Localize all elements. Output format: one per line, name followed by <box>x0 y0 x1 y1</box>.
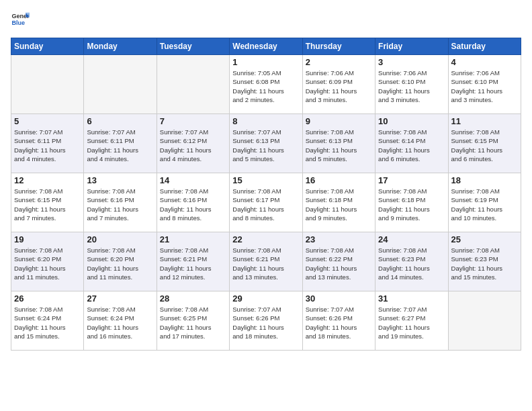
calendar-cell: 28Sunrise: 7:08 AM Sunset: 6:25 PM Dayli… <box>157 291 229 351</box>
calendar-cell: 27Sunrise: 7:08 AM Sunset: 6:24 PM Dayli… <box>84 291 157 351</box>
calendar-cell: 14Sunrise: 7:08 AM Sunset: 6:16 PM Dayli… <box>157 173 229 232</box>
day-number: 3 <box>378 57 445 67</box>
day-info: Sunrise: 7:08 AM Sunset: 6:17 PM Dayligh… <box>232 187 299 222</box>
calendar-cell <box>84 55 157 114</box>
day-number: 30 <box>306 293 372 304</box>
calendar-cell: 10Sunrise: 7:08 AM Sunset: 6:14 PM Dayli… <box>375 114 448 173</box>
day-info: Sunrise: 7:08 AM Sunset: 6:15 PM Dayligh… <box>451 128 518 163</box>
day-info: Sunrise: 7:06 AM Sunset: 6:09 PM Dayligh… <box>306 68 372 104</box>
calendar-week-4: 19Sunrise: 7:08 AM Sunset: 6:20 PM Dayli… <box>11 232 521 291</box>
day-info: Sunrise: 7:08 AM Sunset: 6:24 PM Dayligh… <box>14 305 81 340</box>
day-info: Sunrise: 7:08 AM Sunset: 6:16 PM Dayligh… <box>160 187 226 222</box>
day-info: Sunrise: 7:05 AM Sunset: 6:08 PM Dayligh… <box>232 68 299 104</box>
column-header-friday: Friday <box>375 38 448 55</box>
calendar-cell: 3Sunrise: 7:06 AM Sunset: 6:10 PM Daylig… <box>375 55 448 114</box>
column-header-wednesday: Wednesday <box>230 38 302 55</box>
calendar-cell: 24Sunrise: 7:08 AM Sunset: 6:23 PM Dayli… <box>375 232 448 291</box>
calendar-cell: 8Sunrise: 7:07 AM Sunset: 6:13 PM Daylig… <box>230 114 302 173</box>
day-info: Sunrise: 7:08 AM Sunset: 6:14 PM Dayligh… <box>378 128 445 163</box>
day-info: Sunrise: 7:07 AM Sunset: 6:27 PM Dayligh… <box>378 305 445 340</box>
day-info: Sunrise: 7:08 AM Sunset: 6:20 PM Dayligh… <box>14 246 81 281</box>
calendar-cell: 11Sunrise: 7:08 AM Sunset: 6:15 PM Dayli… <box>448 114 521 173</box>
calendar-cell: 5Sunrise: 7:07 AM Sunset: 6:11 PM Daylig… <box>11 114 84 173</box>
day-info: Sunrise: 7:08 AM Sunset: 6:22 PM Dayligh… <box>306 246 372 281</box>
day-number: 22 <box>232 234 299 244</box>
day-info: Sunrise: 7:08 AM Sunset: 6:23 PM Dayligh… <box>378 246 445 281</box>
day-number: 8 <box>232 116 299 126</box>
calendar-cell: 13Sunrise: 7:08 AM Sunset: 6:16 PM Dayli… <box>84 173 157 232</box>
column-header-thursday: Thursday <box>302 38 375 55</box>
day-info: Sunrise: 7:07 AM Sunset: 6:13 PM Dayligh… <box>232 128 299 163</box>
calendar-cell: 1Sunrise: 7:05 AM Sunset: 6:08 PM Daylig… <box>230 55 302 114</box>
day-number: 9 <box>306 116 372 126</box>
calendar-week-5: 26Sunrise: 7:08 AM Sunset: 6:24 PM Dayli… <box>11 291 521 351</box>
calendar: SundayMondayTuesdayWednesdayThursdayFrid… <box>11 38 521 351</box>
day-number: 7 <box>160 116 226 126</box>
column-header-saturday: Saturday <box>448 38 521 55</box>
day-number: 21 <box>160 234 226 244</box>
calendar-cell <box>157 55 229 114</box>
day-number: 16 <box>306 175 372 185</box>
day-info: Sunrise: 7:08 AM Sunset: 6:18 PM Dayligh… <box>306 187 372 222</box>
day-info: Sunrise: 7:08 AM Sunset: 6:21 PM Dayligh… <box>232 246 299 281</box>
svg-text:Blue: Blue <box>11 19 25 26</box>
calendar-cell: 7Sunrise: 7:07 AM Sunset: 6:12 PM Daylig… <box>157 114 229 173</box>
day-number: 4 <box>451 57 518 67</box>
day-info: Sunrise: 7:07 AM Sunset: 6:11 PM Dayligh… <box>87 128 153 163</box>
day-info: Sunrise: 7:08 AM Sunset: 6:19 PM Dayligh… <box>451 187 518 222</box>
day-info: Sunrise: 7:06 AM Sunset: 6:10 PM Dayligh… <box>378 68 445 104</box>
calendar-cell: 25Sunrise: 7:08 AM Sunset: 6:23 PM Dayli… <box>448 232 521 291</box>
day-number: 10 <box>378 116 445 126</box>
day-number: 2 <box>306 57 372 67</box>
calendar-cell <box>448 291 521 351</box>
day-number: 28 <box>160 293 226 304</box>
column-header-sunday: Sunday <box>11 38 84 55</box>
calendar-cell: 18Sunrise: 7:08 AM Sunset: 6:19 PM Dayli… <box>448 173 521 232</box>
day-info: Sunrise: 7:08 AM Sunset: 6:21 PM Dayligh… <box>160 246 226 281</box>
logo-icon: General Blue <box>11 11 30 30</box>
day-info: Sunrise: 7:07 AM Sunset: 6:26 PM Dayligh… <box>306 305 372 340</box>
day-number: 31 <box>378 293 445 304</box>
day-number: 12 <box>14 175 81 185</box>
column-header-monday: Monday <box>84 38 157 55</box>
day-info: Sunrise: 7:07 AM Sunset: 6:12 PM Dayligh… <box>160 128 226 163</box>
calendar-cell: 17Sunrise: 7:08 AM Sunset: 6:18 PM Dayli… <box>375 173 448 232</box>
calendar-cell <box>11 55 84 114</box>
logo: General Blue <box>11 11 30 30</box>
day-number: 29 <box>232 293 299 304</box>
calendar-cell: 9Sunrise: 7:08 AM Sunset: 6:13 PM Daylig… <box>302 114 375 173</box>
calendar-cell: 6Sunrise: 7:07 AM Sunset: 6:11 PM Daylig… <box>84 114 157 173</box>
day-info: Sunrise: 7:08 AM Sunset: 6:20 PM Dayligh… <box>87 246 153 281</box>
day-number: 24 <box>378 234 445 244</box>
day-number: 11 <box>451 116 518 126</box>
calendar-cell: 26Sunrise: 7:08 AM Sunset: 6:24 PM Dayli… <box>11 291 84 351</box>
calendar-cell: 23Sunrise: 7:08 AM Sunset: 6:22 PM Dayli… <box>302 232 375 291</box>
day-number: 27 <box>87 293 153 304</box>
calendar-week-2: 5Sunrise: 7:07 AM Sunset: 6:11 PM Daylig… <box>11 114 521 173</box>
calendar-cell: 19Sunrise: 7:08 AM Sunset: 6:20 PM Dayli… <box>11 232 84 291</box>
calendar-cell: 29Sunrise: 7:07 AM Sunset: 6:26 PM Dayli… <box>230 291 302 351</box>
calendar-cell: 15Sunrise: 7:08 AM Sunset: 6:17 PM Dayli… <box>230 173 302 232</box>
calendar-header-row: SundayMondayTuesdayWednesdayThursdayFrid… <box>11 38 521 55</box>
day-number: 18 <box>451 175 518 185</box>
calendar-cell: 31Sunrise: 7:07 AM Sunset: 6:27 PM Dayli… <box>375 291 448 351</box>
day-info: Sunrise: 7:07 AM Sunset: 6:26 PM Dayligh… <box>232 305 299 340</box>
day-number: 19 <box>14 234 81 244</box>
day-number: 23 <box>306 234 372 244</box>
day-number: 6 <box>87 116 153 126</box>
day-number: 17 <box>378 175 445 185</box>
day-number: 20 <box>87 234 153 244</box>
day-number: 13 <box>87 175 153 185</box>
day-number: 15 <box>232 175 299 185</box>
day-info: Sunrise: 7:08 AM Sunset: 6:18 PM Dayligh… <box>378 187 445 222</box>
calendar-week-1: 1Sunrise: 7:05 AM Sunset: 6:08 PM Daylig… <box>11 55 521 114</box>
day-info: Sunrise: 7:06 AM Sunset: 6:10 PM Dayligh… <box>451 68 518 104</box>
calendar-cell: 16Sunrise: 7:08 AM Sunset: 6:18 PM Dayli… <box>302 173 375 232</box>
calendar-cell: 20Sunrise: 7:08 AM Sunset: 6:20 PM Dayli… <box>84 232 157 291</box>
calendar-cell: 22Sunrise: 7:08 AM Sunset: 6:21 PM Dayli… <box>230 232 302 291</box>
calendar-cell: 4Sunrise: 7:06 AM Sunset: 6:10 PM Daylig… <box>448 55 521 114</box>
day-number: 14 <box>160 175 226 185</box>
day-info: Sunrise: 7:08 AM Sunset: 6:25 PM Dayligh… <box>160 305 226 340</box>
column-header-tuesday: Tuesday <box>157 38 229 55</box>
day-info: Sunrise: 7:08 AM Sunset: 6:23 PM Dayligh… <box>451 246 518 281</box>
